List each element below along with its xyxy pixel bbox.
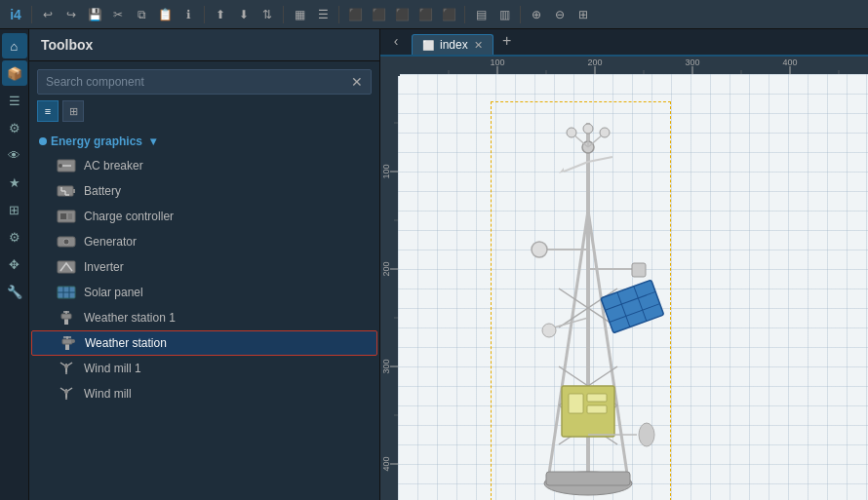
- ruler-corner: [380, 57, 400, 76]
- sep2: [204, 6, 205, 23]
- zoom-in-icon[interactable]: ⊕: [527, 5, 546, 24]
- svg-text:300: 300: [685, 58, 699, 67]
- move-down-icon[interactable]: ⬇: [234, 5, 254, 24]
- svg-point-101: [542, 324, 556, 337]
- svg-rect-52: [380, 74, 398, 500]
- svg-text:300: 300: [381, 359, 391, 373]
- view-toggles: ≡ ⊞: [29, 98, 379, 126]
- info-icon[interactable]: ℹ: [178, 5, 198, 24]
- bar-chart-icon[interactable]: ▦: [290, 5, 309, 24]
- charge-controller-icon: [57, 209, 76, 224]
- inverter-icon: [57, 259, 76, 275]
- wind-mill-label: Wind mill: [84, 387, 132, 401]
- component-weather-station-1[interactable]: Weather station 1: [29, 305, 379, 330]
- grid-view-button[interactable]: ⊞: [62, 100, 84, 122]
- align-icon[interactable]: ☰: [313, 5, 333, 24]
- ruler-vertical: 100 200 300 400: [380, 74, 398, 500]
- component-weather-station[interactable]: Weather station: [31, 330, 377, 356]
- svg-line-95: [588, 157, 612, 162]
- category-dot-icon: [39, 137, 47, 145]
- rail-home-icon[interactable]: ⌂: [2, 33, 27, 58]
- copy-icon[interactable]: ⧉: [132, 5, 151, 24]
- rail-move-icon[interactable]: ✥: [2, 251, 27, 277]
- component-list: Energy graphics ▾ AC breaker: [29, 126, 379, 500]
- component-generator[interactable]: Generator: [29, 229, 379, 254]
- align-mid-icon[interactable]: ⬛: [439, 5, 458, 24]
- rail-list-icon[interactable]: ☰: [2, 88, 27, 113]
- rail-toolbox-icon[interactable]: 📦: [2, 60, 27, 86]
- tab-bar: ‹ ⬜ index ✕ +: [380, 29, 868, 57]
- canvas-scroll-area[interactable]: [398, 74, 868, 500]
- ungroup-icon[interactable]: ▥: [494, 5, 514, 24]
- rail-grid-icon[interactable]: ⊞: [2, 197, 27, 222]
- svg-rect-24: [62, 339, 72, 344]
- undo-icon[interactable]: ↩: [38, 5, 58, 24]
- tab-close-icon[interactable]: ✕: [474, 39, 483, 52]
- svg-text:100: 100: [381, 164, 391, 178]
- svg-point-37: [64, 390, 68, 394]
- sep1: [31, 6, 32, 23]
- align-bottom-icon[interactable]: ⬛: [415, 5, 435, 24]
- align-center-icon[interactable]: ⬛: [369, 5, 388, 24]
- weather-station-label: Weather station: [85, 336, 167, 350]
- paste-icon[interactable]: 📋: [155, 5, 175, 24]
- ruler-horizontal: 100 200 300 400: [400, 57, 868, 74]
- redo-icon[interactable]: ↪: [61, 5, 81, 24]
- tab-index[interactable]: ⬜ index ✕: [412, 34, 493, 55]
- svg-rect-10: [60, 213, 66, 219]
- tab-index-label: index: [440, 38, 468, 52]
- search-clear-icon[interactable]: ✕: [343, 74, 371, 90]
- sep6: [520, 6, 521, 23]
- svg-point-90: [600, 128, 610, 137]
- rail-settings-icon[interactable]: ⚙: [2, 115, 27, 140]
- ac-breaker-icon: [57, 158, 76, 173]
- cut-icon[interactable]: ✂: [108, 5, 128, 24]
- canvas-grid: [398, 74, 868, 500]
- svg-point-27: [71, 339, 75, 343]
- component-battery[interactable]: Battery: [29, 178, 379, 204]
- zoom-out-icon[interactable]: ⊖: [550, 5, 570, 24]
- svg-rect-79: [587, 394, 607, 402]
- svg-line-87: [573, 135, 588, 147]
- align-right-icon[interactable]: ⬛: [392, 5, 412, 24]
- component-charge-controller[interactable]: Charge controller: [29, 204, 379, 229]
- category-label: Energy graphics: [51, 135, 142, 148]
- search-input[interactable]: [38, 70, 343, 94]
- svg-text:200: 200: [587, 58, 602, 67]
- rail-star-icon[interactable]: ★: [2, 170, 27, 195]
- component-inverter[interactable]: Inverter: [29, 254, 379, 280]
- group-icon[interactable]: ▤: [471, 5, 491, 24]
- charge-controller-label: Charge controller: [84, 210, 174, 223]
- solar-panel-icon: [57, 285, 76, 300]
- tab-add-button[interactable]: +: [497, 31, 517, 51]
- svg-point-88: [567, 128, 576, 137]
- rail-wrench-icon[interactable]: 🔧: [2, 279, 27, 304]
- sep5: [464, 6, 465, 23]
- fit-icon[interactable]: ⊞: [573, 5, 593, 24]
- weather-station-1-icon: [57, 310, 76, 326]
- category-energy-graphics[interactable]: Energy graphics ▾: [29, 130, 379, 153]
- top-toolbar: i4 ↩ ↪ 💾 ✂ ⧉ 📋 ℹ ⬆ ⬇ ⇅ ▦ ☰ ⬛ ⬛ ⬛ ⬛ ⬛ ▤ ▥…: [0, 0, 868, 29]
- save-icon[interactable]: 💾: [85, 5, 104, 24]
- component-ac-breaker[interactable]: AC breaker: [29, 153, 379, 178]
- svg-text:200: 200: [381, 261, 391, 276]
- tab-back-button[interactable]: ‹: [384, 29, 408, 53]
- component-wind-mill-1[interactable]: Wind mill 1: [29, 356, 379, 381]
- weather-station-1-label: Weather station 1: [84, 311, 176, 325]
- svg-point-13: [63, 239, 69, 245]
- rail-eye-icon[interactable]: 👁: [2, 142, 27, 168]
- svg-point-2: [59, 164, 62, 168]
- align-left-icon[interactable]: ⬛: [345, 5, 365, 24]
- wind-mill-icon: [57, 386, 76, 402]
- rail-gear-icon[interactable]: ⚙: [2, 224, 27, 250]
- tab-index-icon: ⬜: [422, 40, 434, 51]
- ac-breaker-label: AC breaker: [84, 159, 143, 173]
- sep4: [338, 6, 339, 23]
- component-solar-panel[interactable]: Solar panel: [29, 280, 379, 305]
- component-wind-mill[interactable]: Wind mill: [29, 381, 379, 406]
- move-up-icon[interactable]: ⬆: [211, 5, 230, 24]
- svg-rect-11: [68, 213, 72, 219]
- list-view-button[interactable]: ≡: [37, 100, 59, 122]
- sort-icon[interactable]: ⇅: [257, 5, 277, 24]
- svg-rect-78: [569, 394, 583, 413]
